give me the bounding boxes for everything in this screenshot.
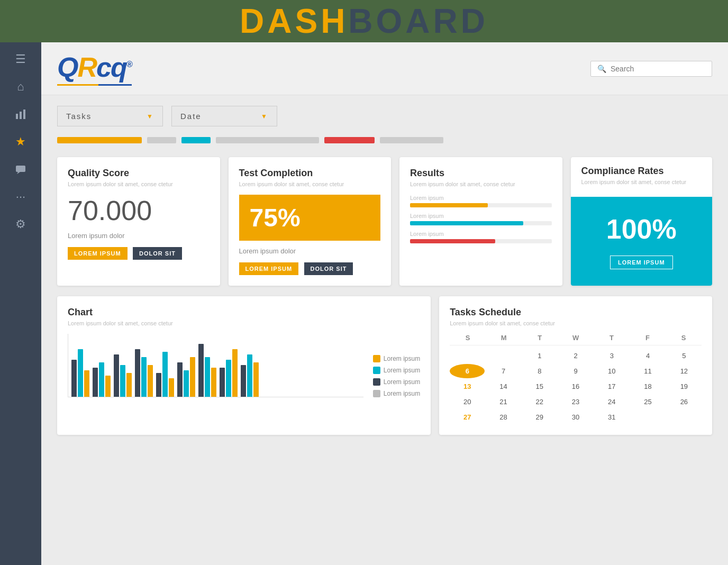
cal-9[interactable]: 9 (558, 364, 593, 378)
filter-bar: Tasks ▼ Date ▼ (41, 95, 728, 132)
bar-7-orange (211, 368, 216, 397)
legend-dot-orange (373, 355, 380, 362)
chart-legend: Lorem ipsum Lorem ipsum Lorem ipsum (368, 355, 420, 397)
menu-icon[interactable]: ☰ (9, 48, 32, 71)
date-dropdown[interactable]: Date ▼ (171, 106, 277, 126)
cal-18[interactable]: 18 (630, 379, 665, 394)
bar-2-orange (105, 376, 111, 397)
cal-7[interactable]: 7 (486, 364, 521, 378)
cal-13[interactable]: 13 (450, 379, 485, 394)
bar-2-dark (93, 368, 98, 397)
cal-11[interactable]: 11 (630, 364, 665, 378)
quality-lorem-button[interactable]: LOREM IPSUM (68, 247, 128, 260)
bar-7-teal (205, 357, 210, 397)
bar-1-orange (84, 370, 89, 397)
cal-21[interactable]: 21 (486, 395, 521, 409)
result-row-2: Lorem ipsum (410, 213, 552, 225)
tasks-dropdown[interactable]: Tasks ▼ (57, 106, 163, 126)
bar-group-6 (177, 357, 195, 397)
cal-15[interactable]: 15 (522, 379, 557, 394)
search-input[interactable] (611, 65, 705, 73)
dash-text: DASH (240, 2, 348, 40)
cal-29[interactable]: 29 (522, 410, 557, 424)
result-label-1: Lorem ipsum (410, 195, 552, 201)
bar-8-dark (220, 368, 225, 397)
result-bar-bg-3 (410, 239, 552, 243)
header-banner: DASHBOARD (0, 0, 728, 42)
header-title: DASHBOARD (240, 2, 488, 41)
cal-4[interactable]: 4 (630, 349, 665, 363)
cal-26[interactable]: 26 (667, 395, 702, 409)
legend-bar (41, 132, 728, 152)
test-dolor-button[interactable]: DOLOR SIT (304, 262, 353, 275)
more-icon[interactable]: ··· (9, 185, 32, 208)
home-icon[interactable]: ⌂ (9, 75, 32, 98)
results-rows: Lorem ipsum Lorem ipsum Lorem ipsum (410, 195, 552, 243)
results-title: Results (410, 168, 552, 179)
board-text: BOARD (348, 2, 488, 40)
chart-title: Chart (68, 307, 420, 318)
cal-27[interactable]: 27 (450, 410, 485, 424)
bar-3-teal (120, 365, 125, 397)
legend-gray-1 (147, 137, 176, 143)
test-completion-title: Test Completion (239, 168, 381, 179)
cal-24[interactable]: 24 (594, 395, 629, 409)
cal-14[interactable]: 14 (486, 379, 521, 394)
top-bar: QRcq® 🔍 (41, 42, 728, 95)
cal-23[interactable]: 23 (558, 395, 593, 409)
calendar: S M T W T F S 1 2 3 (450, 334, 702, 424)
legend-item-teal: Lorem ipsum (373, 367, 420, 374)
bar-group-3 (114, 354, 132, 397)
logo-q: Q (57, 52, 77, 83)
bar-group-4 (135, 349, 153, 397)
bar-9-dark (241, 365, 246, 397)
cal-5[interactable]: 5 (667, 349, 702, 363)
bar-4-orange (148, 365, 153, 397)
star-icon[interactable]: ★ (9, 130, 32, 153)
cal-8[interactable]: 8 (522, 364, 557, 378)
comment-icon[interactable] (9, 158, 32, 181)
cal-3[interactable]: 3 (594, 349, 629, 363)
cal-6-today[interactable]: 6 (450, 364, 485, 378)
bar-2-teal (99, 362, 104, 397)
compliance-button[interactable]: LOREM IPSUM (610, 256, 673, 269)
logo-r: R (77, 52, 96, 83)
chart-bar-icon[interactable] (9, 103, 32, 126)
cal-17[interactable]: 17 (594, 379, 629, 394)
bar-1-dark (71, 360, 77, 397)
quality-score-card: Quality Score Lorem ipsum dolor sit amet… (57, 157, 220, 286)
result-label-2: Lorem ipsum (410, 213, 552, 219)
cal-28[interactable]: 28 (486, 410, 521, 424)
cal-empty-2 (486, 349, 521, 363)
cal-31[interactable]: 31 (594, 410, 629, 424)
cal-16[interactable]: 16 (558, 379, 593, 394)
bar-5-orange (169, 378, 174, 397)
quality-dolor-button[interactable]: DOLOR SIT (133, 247, 182, 260)
bar-8-orange (232, 349, 238, 397)
legend-label-dark: Lorem ipsum (384, 378, 420, 386)
cal-10[interactable]: 10 (594, 364, 629, 378)
cal-30[interactable]: 30 (558, 410, 593, 424)
bar-9-teal (247, 354, 252, 397)
cal-2[interactable]: 2 (558, 349, 593, 363)
cal-22[interactable]: 22 (522, 395, 557, 409)
svg-marker-4 (17, 172, 20, 174)
test-completion-actions: LOREM IPSUM DOLOR SIT (239, 262, 381, 275)
cal-25[interactable]: 25 (630, 395, 665, 409)
bar-4-dark (135, 349, 140, 397)
compliance-body: 100% LOREM IPSUM (571, 197, 713, 286)
bar-3-orange (126, 373, 132, 397)
legend-gray-3 (380, 137, 443, 143)
date-label: Date (180, 112, 202, 121)
cal-20[interactable]: 20 (450, 395, 485, 409)
cal-12[interactable]: 12 (667, 364, 702, 378)
chart-area: Lorem ipsum Lorem ipsum Lorem ipsum (68, 334, 420, 397)
cal-1[interactable]: 1 (522, 349, 557, 363)
test-lorem-button[interactable]: LOREM IPSUM (239, 262, 299, 275)
bar-5-dark (156, 373, 161, 397)
cal-19[interactable]: 19 (667, 379, 702, 394)
settings-icon[interactable]: ⚙ (9, 213, 32, 236)
compliance-subtitle: Lorem ipsum dolor sit amet, conse ctetur (581, 179, 702, 185)
schedule-title: Tasks Schedule (450, 307, 702, 318)
legend-item-gray: Lorem ipsum (373, 390, 420, 397)
